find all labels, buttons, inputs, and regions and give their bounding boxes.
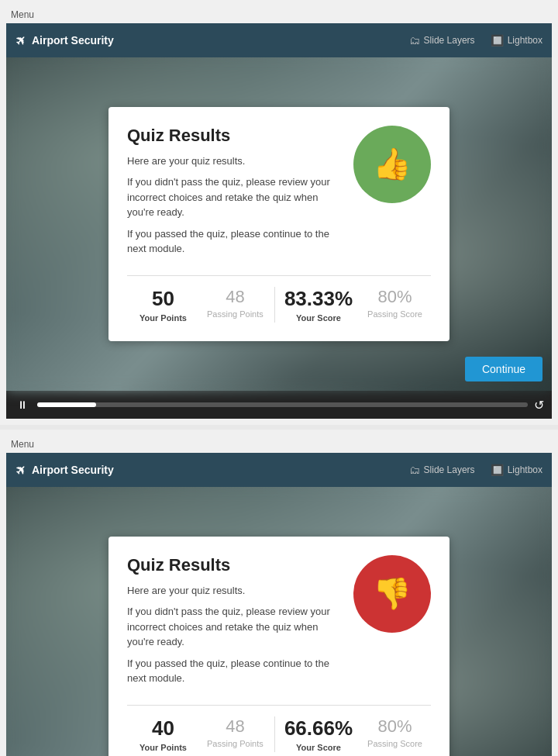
your-points-label-pass: Your Points (133, 313, 193, 323)
passing-score-value-pass: 80% (365, 287, 425, 307)
stat-your-points-pass: 50 Your Points (127, 287, 199, 323)
stat-passing-points-fail: 48 Passing Points (199, 716, 271, 752)
quiz-text-pass: Quiz Results Here are your quiz results.… (127, 126, 353, 263)
screen-pass: Menu ✈ Airport Security 🗂 Slide Layers 🔲… (0, 0, 558, 425)
passing-points-value-fail: 48 (205, 716, 265, 737)
slide-layers-label-pass: Slide Layers (424, 35, 475, 46)
header-right-fail: 🗂 Slide Layers 🔲 Lightbox (409, 464, 542, 476)
passing-points-label-pass: Passing Points (205, 309, 265, 319)
lightbox-icon-fail: 🔲 (491, 464, 504, 476)
player-fail: ✈ Airport Security 🗂 Slide Layers 🔲 Ligh… (6, 453, 552, 756)
quiz-card-top-fail: Quiz Results Here are your quiz results.… (127, 555, 431, 692)
stat-divider-fail (274, 716, 275, 752)
player-controls-pass: ⏸ ↺ (6, 391, 552, 419)
menu-bar-1: Menu (6, 6, 552, 23)
progress-bar-pass[interactable] (37, 402, 528, 407)
quiz-card-top-pass: Quiz Results Here are your quiz results.… (127, 126, 431, 263)
lightbox-btn-fail[interactable]: 🔲 Lightbox (491, 464, 542, 476)
passing-points-label-fail: Passing Points (205, 739, 265, 748)
quiz-card-fail: Quiz Results Here are your quiz results.… (108, 537, 450, 756)
player-bg-pass: Quiz Results Here are your quiz results.… (6, 57, 552, 391)
stat-divider-pass (274, 287, 275, 323)
slide-layers-btn-fail[interactable]: 🗂 Slide Layers (409, 464, 475, 476)
progress-fill-pass (37, 402, 96, 407)
screen-fail: Menu ✈ Airport Security 🗂 Slide Layers 🔲… (0, 430, 558, 756)
pause-button-pass[interactable]: ⏸ (14, 397, 31, 413)
header-bar-fail: ✈ Airport Security 🗂 Slide Layers 🔲 Ligh… (6, 453, 552, 487)
passing-score-label-fail: Passing Score (365, 739, 425, 748)
result-circle-fail: 👎 (353, 555, 431, 633)
layers-icon-fail: 🗂 (409, 464, 420, 476)
slide-layers-label-fail: Slide Layers (424, 464, 475, 475)
plane-icon-pass: ✈ (12, 32, 29, 50)
stat-passing-score-pass: 80% Passing Score (359, 287, 431, 323)
your-points-label-fail: Your Points (133, 743, 193, 752)
passing-score-label-pass: Passing Score (365, 309, 425, 319)
player-bg-fail: Quiz Results Here are your quiz results.… (6, 487, 552, 756)
your-score-label-pass: Your Score (284, 313, 353, 323)
layers-icon-pass: 🗂 (409, 34, 420, 47)
your-points-value-pass: 50 (133, 287, 193, 311)
your-score-label-fail: Your Score (284, 743, 353, 752)
app-title-fail: Airport Security (32, 464, 114, 476)
header-bar-pass: ✈ Airport Security 🗂 Slide Layers 🔲 Ligh… (6, 23, 552, 57)
quiz-desc3-pass: If you passed the quiz, please continue … (127, 226, 338, 257)
quiz-title-fail: Quiz Results (127, 555, 338, 575)
quiz-stats-pass: 50 Your Points 48 Passing Points 83.33% … (127, 275, 431, 323)
quiz-title-pass: Quiz Results (127, 126, 338, 146)
thumbs-up-icon: 👍 (373, 146, 412, 182)
stat-your-score-fail: 66.66% Your Score (278, 716, 359, 752)
quiz-desc1-pass: Here are your quiz results. (127, 154, 338, 169)
stat-passing-points-pass: 48 Passing Points (199, 287, 271, 323)
app-title-pass: Airport Security (32, 34, 114, 47)
lightbox-icon-pass: 🔲 (491, 34, 504, 47)
your-score-value-pass: 83.33% (284, 287, 353, 311)
menu-label-1: Menu (11, 9, 34, 20)
thumbs-down-icon: 👎 (373, 575, 412, 612)
quiz-card-pass: Quiz Results Here are your quiz results.… (108, 107, 450, 341)
app-title-section-fail: ✈ Airport Security (16, 463, 114, 478)
content-overlay-fail: Quiz Results Here are your quiz results.… (6, 487, 552, 756)
quiz-text-fail: Quiz Results Here are your quiz results.… (127, 555, 353, 692)
quiz-desc2-pass: If you didn't pass the quiz, please revi… (127, 174, 338, 220)
slide-layers-btn-pass[interactable]: 🗂 Slide Layers (409, 34, 475, 47)
your-score-value-fail: 66.66% (284, 716, 353, 740)
stat-your-score-pass: 83.33% Your Score (278, 287, 359, 323)
lightbox-btn-pass[interactable]: 🔲 Lightbox (491, 34, 542, 47)
header-right-pass: 🗂 Slide Layers 🔲 Lightbox (409, 34, 542, 47)
menu-label-2: Menu (11, 439, 34, 450)
quiz-desc1-fail: Here are your quiz results. (127, 583, 338, 599)
result-circle-pass: 👍 (353, 126, 431, 203)
quiz-desc2-fail: If you didn't pass the quiz, please revi… (127, 604, 338, 650)
player-pass: ✈ Airport Security 🗂 Slide Layers 🔲 Ligh… (6, 23, 552, 419)
passing-points-value-pass: 48 (205, 287, 265, 307)
continue-button-pass[interactable]: Continue (465, 357, 542, 381)
your-points-value-fail: 40 (133, 716, 193, 740)
menu-bar-2: Menu (6, 436, 552, 453)
continue-area-pass: Continue (465, 357, 542, 381)
passing-score-value-fail: 80% (365, 716, 425, 737)
quiz-desc3-fail: If you passed the quiz, please continue … (127, 656, 338, 686)
stat-your-points-fail: 40 Your Points (127, 716, 199, 752)
plane-icon-fail: ✈ (12, 461, 29, 479)
app-title-section-pass: ✈ Airport Security (16, 33, 114, 48)
stat-passing-score-fail: 80% Passing Score (359, 716, 431, 752)
lightbox-label-pass: Lightbox (508, 35, 542, 46)
replay-button-pass[interactable]: ↺ (534, 398, 544, 413)
content-overlay-pass: Quiz Results Here are your quiz results.… (6, 57, 552, 391)
quiz-stats-fail: 40 Your Points 48 Passing Points 66.66% … (127, 705, 431, 752)
lightbox-label-fail: Lightbox (508, 464, 542, 475)
